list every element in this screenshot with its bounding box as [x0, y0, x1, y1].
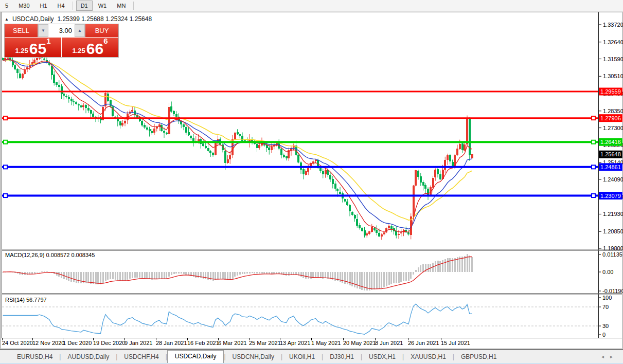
time-axis-label: 9 Jan 2021 — [124, 340, 152, 346]
tab-scroll-left-icon[interactable]: ◂ — [601, 354, 610, 359]
svg-text:0: 0 — [602, 332, 606, 338]
tab-usdcnh-daily[interactable]: USDCNH,Daily — [226, 351, 281, 363]
volume-spinner: ▼ ▲ — [38, 24, 85, 37]
svg-text:1.28350: 1.28350 — [603, 108, 623, 114]
buy-price-panel[interactable]: 1.25 66 6 — [62, 38, 118, 57]
time-axis-label: 1 Dec 2020 — [63, 340, 92, 346]
time-axis-label: 28 Jan 2021 — [156, 340, 187, 346]
svg-text:1.25648: 1.25648 — [600, 151, 621, 157]
chart-symbol-label: USDCAD,Daily — [12, 15, 54, 23]
svg-text:-0.011904: -0.011904 — [602, 288, 623, 294]
tab-usdx-h1[interactable]: USDX,H1 — [362, 351, 402, 363]
tab-scroll-arrows: ◂▸ — [601, 354, 619, 359]
time-axis-label: 8 Jun 2021 — [375, 340, 403, 346]
toolbar-separator — [133, 2, 134, 10]
timeframe-button-M30[interactable]: M30 — [14, 1, 34, 11]
svg-text:1.21930: 1.21930 — [603, 211, 623, 217]
svg-text:30: 30 — [602, 323, 609, 329]
time-axis-label: 20 May 2021 — [343, 340, 376, 346]
time-axis-label: 25 Mar 2021 — [249, 340, 281, 346]
tab-usdcad-daily[interactable]: USDCAD,Daily — [167, 350, 224, 363]
svg-text:1.20850: 1.20850 — [603, 228, 623, 234]
one-click-trading-panel: SELL ▼ ▲ BUY 1.25 65 1 1.25 66 6 — [4, 24, 119, 58]
macd-indicator-label: MACD(12,26,9) 0.008572 0.008345 — [5, 252, 95, 258]
time-axis-label: 19 Dec 2020 — [93, 340, 125, 346]
mt4-window: 1.337201.326401.315901.305101.294301.283… — [0, 0, 623, 364]
timeframe-button-W1[interactable]: W1 — [94, 1, 112, 11]
svg-text:1.30510: 1.30510 — [603, 73, 623, 79]
svg-text:1.24861: 1.24861 — [600, 164, 621, 170]
volume-increase-button[interactable]: ▲ — [75, 24, 85, 37]
rsi-indicator-label: RSI(14) 56.7797 — [5, 297, 47, 303]
tab-usdchf-h4[interactable]: USDCHF,H4 — [117, 351, 165, 363]
buy-price-big: 66 — [86, 42, 103, 56]
time-axis-label: 6 Mar 2021 — [218, 340, 247, 346]
sell-price-panel[interactable]: 1.25 65 1 — [5, 38, 61, 57]
tab-xauusd-h1[interactable]: XAUUSD,H1 — [404, 351, 453, 363]
volume-input[interactable] — [48, 24, 75, 37]
time-axis-label: 1 May 2021 — [311, 340, 341, 346]
svg-text:0.00: 0.00 — [602, 269, 613, 275]
svg-text:1.26416: 1.26416 — [600, 139, 621, 145]
timeframe-button-H4[interactable]: H4 — [53, 1, 69, 11]
sell-price-pip: 1 — [46, 37, 50, 45]
svg-text:1.27906: 1.27906 — [600, 115, 621, 121]
svg-text:70: 70 — [602, 304, 609, 310]
timeframe-button-D1[interactable]: D1 — [76, 1, 93, 11]
svg-text:1.24090: 1.24090 — [603, 176, 623, 183]
buy-button[interactable]: BUY — [85, 24, 118, 37]
tab-ukoil-h1[interactable]: UKOil,H1 — [282, 351, 322, 363]
buy-price-prefix: 1.25 — [72, 47, 85, 54]
chart-header: ▲ USDCAD,Daily 1.25399 1.25688 1.25324 1… — [5, 15, 152, 23]
timeframe-button-H1[interactable]: H1 — [35, 1, 52, 11]
chart-tab-bar: EURUSD,H4|AUDUSD,Daily|USDCHF,H4|USDCAD,… — [0, 349, 623, 363]
sell-button[interactable]: SELL — [5, 24, 38, 37]
collapse-panel-icon[interactable]: ▲ — [5, 17, 9, 22]
tab-dj30-h1[interactable]: DJ30,H1 — [323, 351, 361, 363]
time-axis-label: 13 Apr 2021 — [280, 340, 310, 346]
sell-price-prefix: 1.25 — [15, 47, 28, 54]
buy-price-pip: 6 — [103, 37, 108, 45]
tab-eurusd-h4[interactable]: EURUSD,H4 — [10, 351, 59, 363]
time-axis-label: 26 Jun 2021 — [408, 340, 439, 346]
svg-text:1.19800: 1.19800 — [603, 245, 623, 251]
chart-quote-ohlc: 1.25399 1.25688 1.25324 1.25648 — [58, 15, 152, 23]
time-axis-label: 15 Jul 2021 — [441, 340, 470, 346]
svg-text:1.31590: 1.31590 — [603, 56, 623, 62]
timeframe-button-5[interactable]: 5 — [1, 1, 13, 11]
svg-text:1.32640: 1.32640 — [603, 39, 623, 45]
svg-text:1.29559: 1.29559 — [600, 88, 621, 95]
svg-text:1.33720: 1.33720 — [603, 22, 623, 28]
svg-text:1.23079: 1.23079 — [600, 193, 621, 199]
svg-text:100: 100 — [602, 295, 612, 301]
timeframe-button-MN[interactable]: MN — [112, 1, 130, 11]
time-axis-label: 24 Oct 2020 — [2, 340, 33, 346]
svg-text:1.27300: 1.27300 — [603, 125, 623, 131]
time-axis-label: 16 Feb 2021 — [187, 340, 219, 346]
timeframe-toolbar: 5M30H1H4D1W1MN — [0, 0, 623, 12]
sell-price-big: 65 — [29, 42, 46, 56]
time-axis-label: 12 Nov 2020 — [32, 340, 64, 346]
tab-gbpusd-h1[interactable]: GBPUSD,H1 — [454, 351, 503, 363]
toolbar-separator — [73, 2, 73, 10]
volume-decrease-button[interactable]: ▼ — [38, 24, 48, 37]
tab-scroll-right-icon[interactable]: ▸ — [610, 354, 619, 359]
tab-audusd-daily[interactable]: AUDUSD,Daily — [61, 351, 116, 363]
svg-text:0.01135: 0.01135 — [602, 251, 622, 258]
